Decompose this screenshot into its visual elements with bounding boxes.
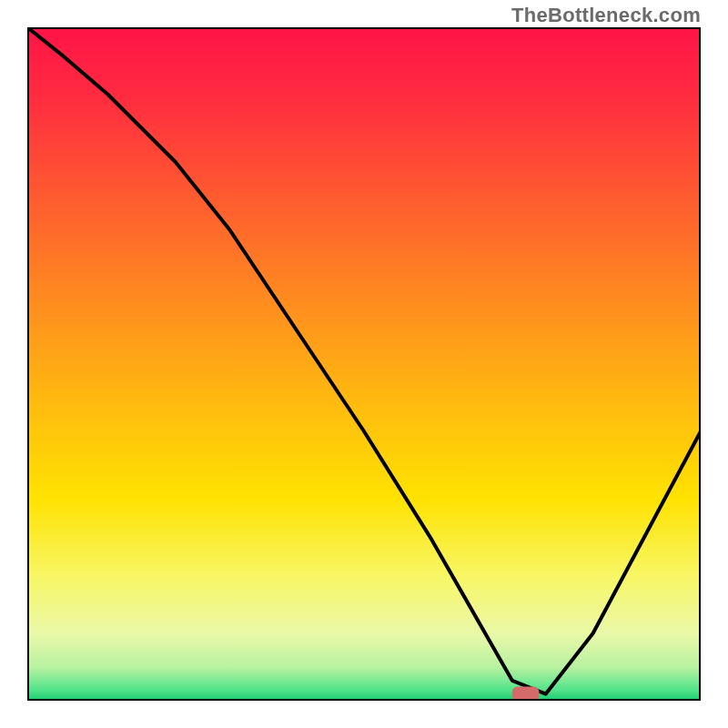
chart-frame: TheBottleneck.com xyxy=(0,0,728,728)
gradient-background xyxy=(27,27,701,701)
watermark-text: TheBottleneck.com xyxy=(511,4,701,27)
plot-svg xyxy=(27,27,701,701)
plot-area xyxy=(27,27,701,701)
optimal-marker xyxy=(512,686,540,701)
